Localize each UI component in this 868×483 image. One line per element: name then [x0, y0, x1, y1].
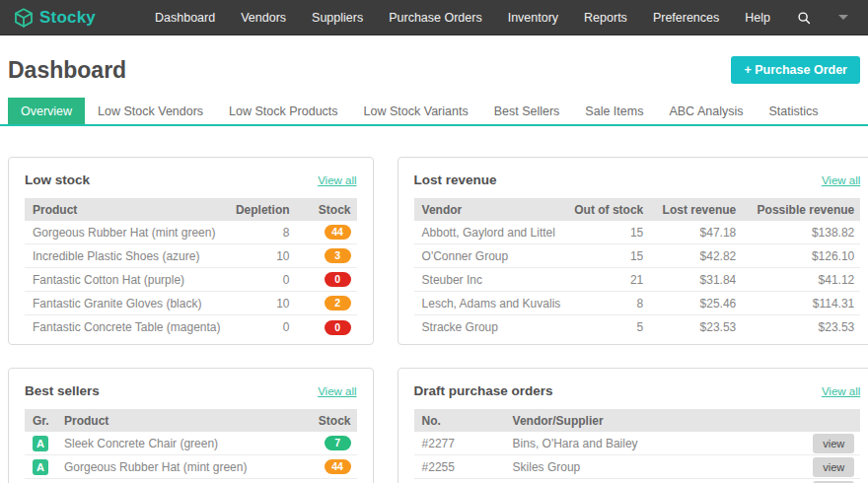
table-row: Gorgeous Rubber Hat (mint green)844 — [25, 221, 357, 244]
grade-badge: A — [33, 436, 48, 451]
table-row: O'Conner Group15$42.82$126.10 — [414, 244, 861, 268]
draft-purchase-orders-panel: Draft purchase orders View all No. Vendo… — [398, 368, 868, 483]
brand-name: Stocky — [39, 8, 96, 28]
depletion-cell: 10 — [227, 249, 296, 263]
out-of-stock-cell: 15 — [566, 249, 649, 263]
best-sellers-panel: Best sellers View all Gr. Product Stock … — [8, 368, 374, 483]
stock-badge: 3 — [325, 248, 351, 263]
nav-item-dashboard[interactable]: Dashboard — [142, 11, 228, 25]
table-header: Vendor Out of stock Lost revenue Possibl… — [414, 198, 861, 221]
action-cell: view — [797, 434, 860, 453]
nav-item-inventory[interactable]: Inventory — [495, 11, 571, 25]
column-out-of-stock: Out of stock — [566, 203, 649, 217]
table-row: ASmall Concrete Table (red)20 — [25, 479, 357, 483]
page-title: Dashboard — [8, 57, 126, 84]
tab-statistics[interactable]: Statistics — [756, 98, 831, 124]
nav-item-suppliers[interactable]: Suppliers — [299, 11, 376, 25]
stock-badge: 2 — [325, 296, 351, 310]
nav-item-vendors[interactable]: Vendors — [228, 11, 299, 25]
column-vendor: Vendor — [414, 203, 567, 217]
out-of-stock-cell: 21 — [566, 273, 649, 287]
grade-badge: A — [33, 459, 48, 475]
column-stock: Stock — [296, 203, 357, 217]
column-lost-revenue: Lost revenue — [649, 203, 742, 217]
stock-cell: 44 — [296, 225, 357, 240]
tab-sale-items[interactable]: Sale Items — [572, 98, 656, 124]
top-nav: Stocky DashboardVendorsSuppliersPurchase… — [0, 0, 868, 35]
table-row: Steuber Inc21$31.84$41.12 — [414, 268, 861, 292]
table-row: #2255Skiles Groupview — [414, 455, 861, 479]
vendor-supplier-cell: Bins, O'Hara and Bailey — [507, 437, 798, 450]
table-row: #2252Olson, Carter and Whiteview — [414, 479, 861, 483]
panel-title: Draft purchase orders — [414, 383, 553, 398]
vendor-cell: Stracke Group — [414, 320, 567, 334]
lost-revenue-panel: Lost revenue View all Vendor Out of stoc… — [398, 157, 868, 345]
dashboard-tabs: OverviewLow Stock VendorsLow Stock Produ… — [0, 98, 868, 126]
nav-item-preferences[interactable]: Preferences — [640, 11, 732, 25]
vendor-cell: Steuber Inc — [414, 273, 567, 287]
product-cell: Fantastic Granite Gloves (black) — [25, 297, 227, 310]
best-sellers-view-all-link[interactable]: View all — [318, 385, 356, 397]
table-row: ASleek Concrete Chair (green)7 — [25, 432, 357, 455]
table-row: Stracke Group5$23.53$23.53 — [414, 315, 861, 339]
table-row: #2277Bins, O'Hara and Baileyview — [414, 432, 861, 455]
vendor-supplier-cell: Skiles Group — [507, 460, 798, 474]
depletion-cell: 8 — [227, 226, 296, 240]
panel-title: Lost revenue — [414, 172, 497, 187]
po-number-cell: #2277 — [414, 437, 507, 450]
low-stock-panel: Low stock View all Product Depletion Sto… — [8, 157, 374, 345]
lost-revenue-cell: $25.46 — [649, 297, 742, 310]
stock-badge: 0 — [325, 320, 351, 335]
lost-revenue-cell: $42.82 — [649, 249, 742, 263]
nav-item-help[interactable]: Help — [732, 11, 783, 25]
product-cell: Fantastic Cotton Hat (purple) — [25, 273, 227, 287]
possible-revenue-cell: $126.10 — [742, 249, 860, 263]
tab-low-stock-variants[interactable]: Low Stock Variants — [351, 98, 481, 124]
view-button[interactable]: view — [813, 434, 854, 453]
new-purchase-order-button[interactable]: + Purchase Order — [731, 56, 860, 84]
table-row: AGorgeous Rubber Hat (mint green)44 — [25, 455, 357, 479]
panel-title: Low stock — [25, 172, 90, 187]
stocky-box-icon — [12, 6, 36, 30]
low-stock-view-all-link[interactable]: View all — [318, 174, 356, 186]
nav-item-reports[interactable]: Reports — [571, 11, 640, 25]
lost-revenue-view-all-link[interactable]: View all — [822, 174, 860, 186]
product-cell: Gorgeous Rubber Hat (mint green) — [25, 226, 227, 240]
column-vendor-supplier: Vendor/Supplier — [507, 414, 798, 428]
tab-low-stock-vendors[interactable]: Low Stock Vendors — [85, 98, 216, 124]
tab-overview[interactable]: Overview — [8, 98, 85, 124]
table-header: No. Vendor/Supplier — [414, 409, 861, 432]
stock-cell: 0 — [296, 272, 357, 287]
tab-abc-analysis[interactable]: ABC Analysis — [656, 98, 756, 124]
po-number-cell: #2255 — [414, 460, 507, 474]
out-of-stock-cell: 5 — [566, 320, 649, 334]
brand-logo[interactable]: Stocky — [12, 6, 96, 30]
table-header: Product Depletion Stock — [25, 198, 357, 221]
column-number: No. — [414, 414, 507, 428]
column-product: Product — [25, 203, 227, 217]
draft-po-view-all-link[interactable]: View all — [822, 385, 860, 397]
table-row: Fantastic Cotton Hat (purple)00 — [25, 268, 357, 292]
panel-title: Best sellers — [25, 383, 100, 398]
product-cell: Fantastic Concrete Table (magenta) — [25, 320, 227, 334]
chevron-down-icon[interactable] — [838, 15, 848, 20]
table-row: Abbott, Gaylord and Littel15$47.18$138.8… — [414, 221, 861, 244]
stock-cell: 0 — [296, 320, 357, 335]
column-possible-revenue: Possible revenue — [742, 203, 860, 217]
search-icon[interactable] — [791, 11, 817, 25]
possible-revenue-cell: $41.12 — [742, 273, 860, 287]
nav-item-purchase-orders[interactable]: Purchase Orders — [376, 11, 494, 25]
possible-revenue-cell: $138.82 — [742, 226, 860, 240]
table-row: Fantastic Granite Gloves (black)102 — [25, 292, 357, 315]
stock-badge: 7 — [325, 436, 351, 450]
table-header: Gr. Product Stock — [25, 409, 357, 432]
depletion-cell: 0 — [227, 320, 296, 334]
view-button[interactable]: view — [813, 457, 854, 477]
stock-cell: 44 — [296, 459, 357, 474]
tab-low-stock-products[interactable]: Low Stock Products — [216, 98, 350, 124]
column-grade: Gr. — [25, 414, 58, 428]
depletion-cell: 0 — [227, 273, 296, 287]
vendor-cell: Lesch, Adams and Kuvalis — [414, 297, 567, 310]
tab-best-sellers[interactable]: Best Sellers — [481, 98, 573, 124]
stock-cell: 3 — [296, 248, 357, 263]
